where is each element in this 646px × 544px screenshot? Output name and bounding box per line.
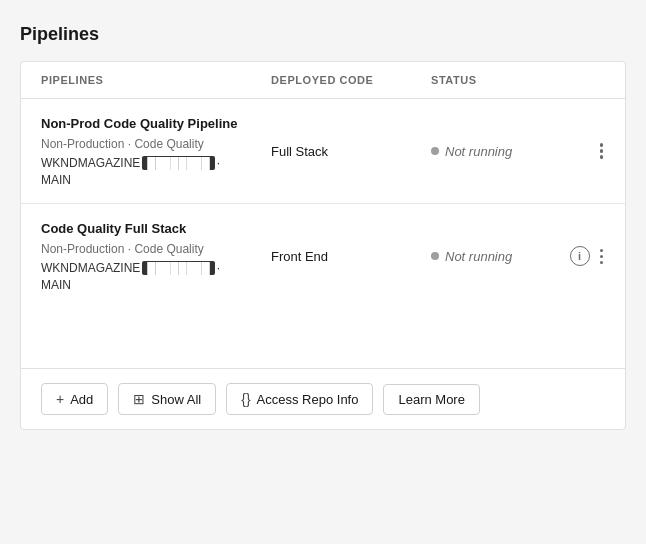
status-dot-2 bbox=[431, 252, 439, 260]
pipeline-branch-1: ████████ bbox=[142, 156, 214, 170]
pipeline-org-1: WKNDMAGAZINE bbox=[41, 156, 140, 170]
pipeline-branch-label-2: MAIN bbox=[41, 278, 271, 292]
access-repo-label: Access Repo Info bbox=[257, 392, 359, 407]
status-indicator-1: Not running bbox=[431, 144, 512, 159]
add-label: Add bbox=[70, 392, 93, 407]
pipeline-repo-1: WKNDMAGAZINE ████████ · bbox=[41, 156, 271, 170]
pipeline-org-2: WKNDMAGAZINE bbox=[41, 261, 140, 275]
status-cell-1: Not running bbox=[431, 141, 605, 161]
more-options-icon-2[interactable] bbox=[598, 247, 606, 267]
pipeline-separator-2: · bbox=[217, 261, 220, 275]
status-text-1: Not running bbox=[445, 144, 512, 159]
pipeline-info-2: Code Quality Full Stack Non-Production ·… bbox=[41, 220, 271, 292]
deployed-code-2: Front End bbox=[271, 249, 431, 264]
table-row: Code Quality Full Stack Non-Production ·… bbox=[21, 204, 625, 308]
row-actions-1 bbox=[598, 141, 606, 161]
table-row: Non-Prod Code Quality Pipeline Non-Produ… bbox=[21, 99, 625, 204]
status-text-2: Not running bbox=[445, 249, 512, 264]
show-all-button[interactable]: ⊞ Show All bbox=[118, 383, 216, 415]
deployed-code-1: Full Stack bbox=[271, 144, 431, 159]
pipelines-card: PIPELINES DEPLOYED CODE STATUS Non-Prod … bbox=[20, 61, 626, 430]
access-repo-icon: {} bbox=[241, 391, 250, 407]
pipeline-type-2: Non-Production · Code Quality bbox=[41, 242, 271, 256]
pipeline-repo-2: WKNDMAGAZINE ████████ · bbox=[41, 261, 271, 275]
learn-more-button[interactable]: Learn More bbox=[383, 384, 479, 415]
pipeline-branch-2: ████████ bbox=[142, 261, 214, 275]
col-pipelines: PIPELINES bbox=[41, 74, 271, 86]
learn-more-label: Learn More bbox=[398, 392, 464, 407]
status-cell-2: Not running i bbox=[431, 246, 605, 266]
pipeline-name-2: Code Quality Full Stack bbox=[41, 220, 271, 238]
pipeline-separator-1: · bbox=[217, 156, 220, 170]
access-repo-button[interactable]: {} Access Repo Info bbox=[226, 383, 373, 415]
pipeline-info-1: Non-Prod Code Quality Pipeline Non-Produ… bbox=[41, 115, 271, 187]
status-indicator-2: Not running bbox=[431, 249, 512, 264]
table-header: PIPELINES DEPLOYED CODE STATUS bbox=[21, 62, 625, 99]
page-title: Pipelines bbox=[20, 20, 626, 49]
pipeline-type-1: Non-Production · Code Quality bbox=[41, 137, 271, 151]
table-body: Non-Prod Code Quality Pipeline Non-Produ… bbox=[21, 99, 625, 308]
col-status: STATUS bbox=[431, 74, 605, 86]
add-icon: + bbox=[56, 391, 64, 407]
more-options-icon-1[interactable] bbox=[598, 141, 606, 161]
page-wrapper: Pipelines PIPELINES DEPLOYED CODE STATUS… bbox=[20, 20, 626, 430]
info-icon-2[interactable]: i bbox=[570, 246, 590, 266]
add-button[interactable]: + Add bbox=[41, 383, 108, 415]
status-dot-1 bbox=[431, 147, 439, 155]
row-actions-2: i bbox=[570, 246, 606, 266]
pipeline-branch-label-1: MAIN bbox=[41, 173, 271, 187]
col-deployed-code: DEPLOYED CODE bbox=[271, 74, 431, 86]
card-footer: + Add ⊞ Show All {} Access Repo Info Lea… bbox=[21, 368, 625, 429]
pipeline-name-1: Non-Prod Code Quality Pipeline bbox=[41, 115, 271, 133]
show-all-icon: ⊞ bbox=[133, 391, 145, 407]
show-all-label: Show All bbox=[151, 392, 201, 407]
